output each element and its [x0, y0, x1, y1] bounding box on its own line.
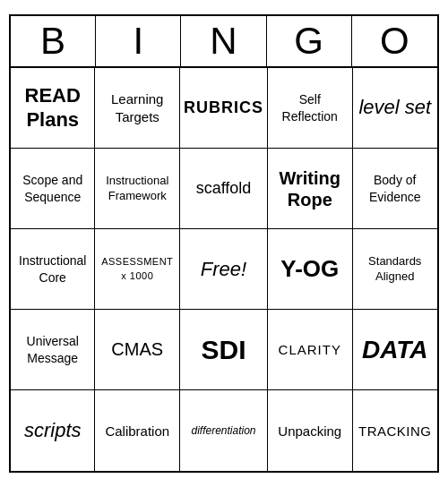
cell-learning-targets[interactable]: Learning Targets: [95, 68, 180, 149]
cell-level-set[interactable]: level set: [353, 68, 438, 149]
cell-sdi[interactable]: SDI: [180, 310, 268, 390]
bingo-grid: READ PlansLearning TargetsRUBRICSSelf Re…: [11, 68, 437, 471]
cell-tracking[interactable]: TRACKING: [353, 390, 438, 471]
bingo-card: B I N G O READ PlansLearning TargetsRUBR…: [9, 14, 439, 473]
cell-inst-core[interactable]: Instructional Core: [11, 229, 95, 310]
cell-clarity[interactable]: CLARITY: [268, 310, 353, 390]
cell-body-evidence[interactable]: Body of Evidence: [353, 149, 438, 229]
cell-standards[interactable]: Standards Aligned: [353, 229, 438, 310]
cell-unpacking[interactable]: Unpacking: [268, 390, 353, 471]
cell-assessment[interactable]: ASSESSMENT x 1000: [95, 229, 180, 310]
cell-rubrics[interactable]: RUBRICS: [180, 68, 268, 149]
bingo-header: B I N G O: [11, 16, 437, 68]
cell-inst-framework[interactable]: Instructional Framework: [95, 149, 180, 229]
cell-calibration[interactable]: Calibration: [95, 390, 180, 471]
cell-writing-rope[interactable]: Writing Rope: [268, 149, 353, 229]
header-o: O: [352, 16, 437, 66]
cell-scripts[interactable]: scripts: [11, 390, 95, 471]
cell-scaffold[interactable]: scaffold: [180, 149, 268, 229]
cell-differentiation[interactable]: differentiation: [180, 390, 268, 471]
header-i: I: [96, 16, 181, 66]
cell-self-reflection[interactable]: Self Reflection: [268, 68, 353, 149]
header-g: G: [267, 16, 352, 66]
cell-yog[interactable]: Y-OG: [268, 229, 353, 310]
cell-scope-sequence[interactable]: Scope and Sequence: [11, 149, 95, 229]
cell-data[interactable]: DATA: [353, 310, 438, 390]
cell-free[interactable]: Free!: [180, 229, 268, 310]
cell-cmas[interactable]: CMAS: [95, 310, 180, 390]
cell-read-plans[interactable]: READ Plans: [11, 68, 95, 149]
header-b: B: [11, 16, 96, 66]
header-n: N: [181, 16, 266, 66]
cell-universal[interactable]: Universal Message: [11, 310, 95, 390]
